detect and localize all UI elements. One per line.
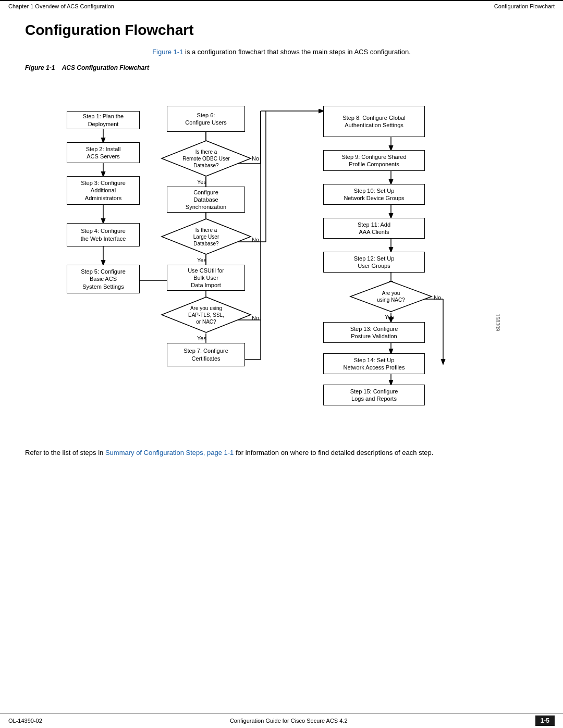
bottom-bar: OL-14390-02 Configuration Guide for Cisc… bbox=[0, 713, 563, 728]
step2-node: Step 2: InstallACS Servers bbox=[67, 142, 140, 163]
intro-paragraph: Figure 1-1 is a configuration flowchart … bbox=[25, 48, 538, 56]
page-number: 1-5 bbox=[535, 715, 555, 726]
doc-number: OL-14390-02 bbox=[8, 718, 42, 724]
step7-node: Step 7: ConfigureCertificates bbox=[167, 343, 245, 366]
step14-node: Step 14: Set UpNetwork Access Profiles bbox=[323, 353, 425, 374]
main-content: Configuration Flowchart Figure 1-1 is a … bbox=[0, 11, 563, 490]
summary-link[interactable]: Summary of Configuration Steps, page 1-1 bbox=[105, 449, 234, 456]
intro-rest: is a configuration flowchart that shows … bbox=[183, 48, 410, 56]
page-title: Configuration Flowchart bbox=[25, 22, 538, 39]
step10-node: Step 10: Set UpNetwork Device Groups bbox=[323, 184, 425, 205]
section-label: Configuration Flowchart bbox=[494, 3, 555, 9]
step9-node: Step 9: Configure SharedProfile Componen… bbox=[323, 150, 425, 171]
diamond1-yes-label: Yes bbox=[197, 179, 206, 185]
step15-node: Step 15: ConfigureLogs and Reports bbox=[323, 385, 425, 405]
step11-node: Step 11: AddAAA Clients bbox=[323, 218, 425, 239]
body-suffix: for information on where to find detaile… bbox=[234, 449, 433, 456]
diamond1-node: Is there aRemote ODBC UserDatabase? bbox=[161, 140, 252, 177]
step6-node: Step 6:Configure Users bbox=[167, 106, 245, 132]
flowchart: Step 1: Plan theDeployment Step 2: Insta… bbox=[47, 81, 516, 435]
top-bar: Chapter 1 Overview of ACS Configuration … bbox=[0, 0, 563, 11]
body-prefix: Refer to the list of steps in bbox=[25, 449, 105, 456]
chapter-label: Chapter 1 Overview of ACS Configuration bbox=[8, 3, 114, 9]
diamond3-yes-label: Yes bbox=[197, 335, 206, 341]
diamond2-node: Is there aLarge UserDatabase? bbox=[161, 218, 252, 255]
diamond3-no-label: No bbox=[252, 315, 259, 321]
diamond3-node: Are you usingEAP-TLS, SSL,or NAC? bbox=[161, 296, 252, 334]
db-sync-node: ConfigureDatabaseSynchronization bbox=[167, 187, 245, 213]
step13-node: Step 13: ConfigurePosture Validation bbox=[323, 322, 425, 343]
diamond4-node: Are youusing NAC? bbox=[349, 280, 433, 313]
diamond4-no-label: No bbox=[434, 294, 441, 301]
diamond1-no-label: No bbox=[252, 155, 259, 162]
diamond4-yes-label: Yes bbox=[385, 314, 394, 320]
diamond2-no-label: No bbox=[252, 237, 259, 243]
step5-node: Step 5: ConfigureBasic ACSSystem Setting… bbox=[67, 265, 140, 293]
flowchart-arrows bbox=[47, 81, 516, 435]
step8-node: Step 8: Configure GlobalAuthentication S… bbox=[323, 106, 425, 137]
figure-link[interactable]: Figure 1-1 bbox=[152, 48, 183, 56]
figure-title: ACS Configuration Flowchart bbox=[62, 64, 149, 71]
watermark: 158309 bbox=[495, 314, 500, 331]
step12-node: Step 12: Set UpUser Groups bbox=[323, 252, 425, 273]
step1-node: Step 1: Plan theDeployment bbox=[67, 111, 140, 129]
figure-caption: Figure 1-1 ACS Configuration Flowchart bbox=[25, 64, 538, 71]
diamond2-yes-label: Yes bbox=[197, 257, 206, 263]
body-paragraph: Refer to the list of steps in Summary of… bbox=[25, 448, 538, 459]
footer-title: Configuration Guide for Cisco Secure ACS… bbox=[230, 718, 348, 724]
csutil-node: Use CSUtil forBulk UserData Import bbox=[167, 265, 245, 291]
figure-label: Figure 1-1 bbox=[25, 64, 55, 71]
step4-node: Step 4: Configurethe Web Interface bbox=[67, 223, 140, 246]
step3-node: Step 3: ConfigureAdditionalAdministrator… bbox=[67, 176, 140, 205]
